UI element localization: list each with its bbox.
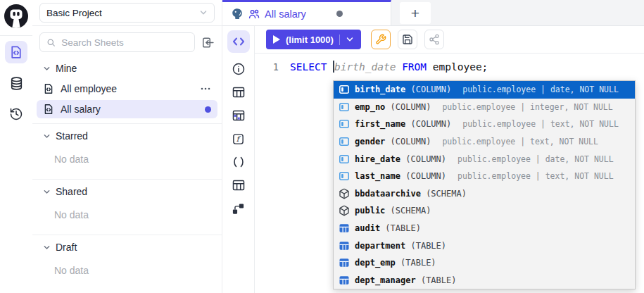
suggest-item[interactable]: last_name (COLUMN) public.employee | tex… <box>334 168 635 185</box>
save-button[interactable] <box>398 30 417 49</box>
search-icon <box>46 37 56 48</box>
suggest-kind: (COLUMN) <box>391 102 431 112</box>
strip-table-button[interactable] <box>232 85 246 99</box>
run-query-button[interactable]: (limit 1000) <box>266 30 361 49</box>
chevron-down-icon <box>43 132 51 140</box>
rail-databases-button[interactable] <box>5 72 27 94</box>
suggest-detail: public.employee | date, NOT NULL <box>457 154 614 164</box>
sheet-code-icon <box>43 104 54 115</box>
new-tab-button[interactable]: + <box>400 2 431 24</box>
suggest-item[interactable]: gender (COLUMN) public.employee | text, … <box>334 133 635 151</box>
table-icon <box>232 85 246 99</box>
format-sql-button[interactable] <box>371 30 391 49</box>
run-separator <box>339 35 340 45</box>
tab-all-salary[interactable]: All salary <box>222 0 391 25</box>
database-icon <box>9 76 24 91</box>
postgres-icon <box>231 8 244 20</box>
suggest-item[interactable]: dept_emp (TABLE) <box>334 254 635 272</box>
history-icon <box>9 107 23 121</box>
table-filled-icon <box>339 275 350 286</box>
suggest-label: dept_manager <box>355 275 416 285</box>
tab-bar: All salary + <box>222 0 644 26</box>
suggest-item[interactable]: first_name (COLUMN) public.employee | te… <box>334 116 635 133</box>
suggest-kind: (TABLE) <box>400 258 436 268</box>
suggest-label: bbdataarchive <box>355 189 421 199</box>
suggest-kind: (COLUMN) <box>410 119 451 129</box>
autocomplete-dropdown: birth_date (COLUMN) public.employee | da… <box>333 80 636 289</box>
rail-history-button[interactable] <box>5 103 27 125</box>
suggest-item[interactable]: public (SCHEMA) <box>334 202 635 220</box>
suggest-item[interactable]: audit (TABLE) <box>334 220 635 237</box>
users-icon <box>248 8 260 20</box>
suggest-detail: public.employee | text, NOT NULL <box>462 119 619 129</box>
project-row: Basic Project <box>32 0 222 26</box>
chevron-down-icon <box>43 244 51 251</box>
suggest-detail: public.employee | text, NOT NULL <box>442 137 598 146</box>
sheet-item-all-employee[interactable]: All employee <box>37 80 217 98</box>
suggest-label: last_name <box>355 171 400 181</box>
keyword-select: SELECT <box>290 61 327 73</box>
run-label: (limit 1000) <box>286 35 334 45</box>
ghost-suggestion: birth_date <box>334 61 396 73</box>
sheet-code-icon <box>43 83 54 94</box>
wrench-icon <box>375 34 386 45</box>
collapse-panel-icon <box>201 36 215 49</box>
left-rail <box>0 0 33 293</box>
chevron-down-icon <box>199 8 208 17</box>
section-label: Shared <box>56 186 87 197</box>
suggest-detail: public.employee | text, NOT NULL <box>457 171 614 181</box>
parentheses-icon <box>232 155 246 169</box>
suggest-label: birth_date <box>355 85 405 94</box>
editor-icon-strip: f <box>222 26 255 293</box>
strip-parentheses-button[interactable] <box>232 155 246 169</box>
suggest-kind: (COLUMN) <box>391 137 431 146</box>
section-header-mine[interactable]: Mine <box>32 56 222 77</box>
strip-table-data-button[interactable] <box>232 108 246 123</box>
strip-table2-button[interactable] <box>232 178 246 192</box>
table-colored-icon <box>232 108 246 123</box>
project-selector[interactable]: Basic Project <box>39 3 215 23</box>
section-header-starred[interactable]: Starred <box>32 124 222 145</box>
suggest-item[interactable]: birth_date (COLUMN) public.employee | da… <box>334 81 635 99</box>
suggest-kind: (SCHEMA) <box>426 189 467 199</box>
sheet-item-all-salary[interactable]: All salary <box>37 100 217 118</box>
strip-schema-diagram-button[interactable] <box>232 201 245 216</box>
suggest-item[interactable]: emp_no (COLUMN) public.employee | intege… <box>334 99 635 116</box>
suggest-label: emp_no <box>355 102 385 112</box>
suggest-detail: public.employee | integer, NOT NULL <box>442 102 612 112</box>
suggest-label: department <box>355 241 405 251</box>
code-line-1: 1 SELECTbirth_dateFROMemployee; <box>255 54 644 75</box>
empty-state: No data <box>32 256 222 285</box>
search-box <box>39 32 195 52</box>
strip-function-button[interactable]: f <box>232 132 245 146</box>
section-header-shared[interactable]: Shared <box>32 180 222 201</box>
section-header-draft[interactable]: Draft <box>32 235 222 256</box>
strip-code-button[interactable] <box>227 30 250 53</box>
strip-info-button[interactable] <box>232 62 246 76</box>
suggest-kind: (TABLE) <box>421 275 457 285</box>
column-icon <box>339 118 350 130</box>
bytebase-logo <box>4 4 29 29</box>
suggest-label: hire_date <box>355 154 400 164</box>
schema-cube-icon <box>339 188 350 199</box>
share-button[interactable] <box>424 30 444 49</box>
tab-title: All salary <box>265 8 306 20</box>
rail-sheets-button[interactable] <box>5 41 27 63</box>
line-number: 1 <box>255 61 279 73</box>
collapse-panel-button[interactable] <box>201 36 215 49</box>
search-input[interactable] <box>60 37 188 49</box>
suggest-kind: (COLUMN) <box>405 154 446 164</box>
suggest-item[interactable]: dept_manager (TABLE) <box>334 272 635 289</box>
table-icon <box>232 178 246 192</box>
more-button[interactable] <box>200 83 211 94</box>
chevron-down-icon <box>43 65 51 73</box>
search-row <box>32 26 222 56</box>
column-icon <box>339 154 350 165</box>
empty-state: No data <box>32 145 222 174</box>
suggest-item[interactable]: hire_date (COLUMN) public.employee | dat… <box>334 150 635 168</box>
suggest-item[interactable]: department (TABLE) <box>334 237 635 254</box>
suggest-item[interactable]: bbdataarchive (SCHEMA) <box>334 185 635 203</box>
schema-diagram-icon <box>232 202 245 216</box>
chevron-down-icon <box>346 35 354 44</box>
suggest-detail: public.employee | date, NOT NULL <box>462 85 619 94</box>
